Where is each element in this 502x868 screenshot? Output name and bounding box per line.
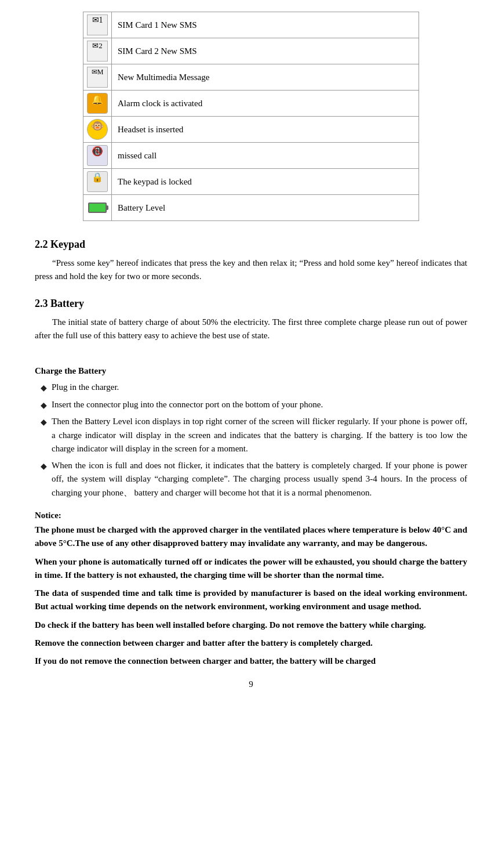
bullet-icon: ◆ [41, 416, 47, 429]
mms-icon [87, 67, 108, 88]
battery-heading: 2.3 Battery [35, 298, 467, 310]
notice-paragraph: The data of suspended time and talk time… [35, 587, 467, 614]
bullet-icon: ◆ [41, 399, 47, 412]
table-row: Headset is inserted [83, 117, 419, 143]
battery-intro: The initial state of battery charge of a… [35, 316, 467, 343]
list-item: ◆Insert the connector plug into the conn… [41, 398, 467, 412]
table-label: missed call [112, 143, 419, 169]
bullet-icon: ◆ [41, 460, 47, 473]
headset-icon [87, 119, 108, 140]
sms1-icon [87, 15, 108, 35]
icon-cell [83, 195, 112, 221]
table-label: New Multimedia Message [112, 64, 419, 91]
charge-battery-heading: Charge the Battery [35, 366, 467, 376]
notice-paragraph: Do check if the battery has been well in… [35, 619, 467, 632]
notice-paragraph: Remove the connection between charger an… [35, 636, 467, 650]
icon-cell [83, 169, 112, 195]
icon-cell [83, 64, 112, 91]
table-label: The keypad is locked [112, 169, 419, 195]
table-row: The keypad is locked [83, 169, 419, 195]
table-row: missed call [83, 143, 419, 169]
battery-icon [88, 202, 107, 213]
table-label: Headset is inserted [112, 117, 419, 143]
notice-label: Notice: [35, 509, 467, 522]
list-item-text: When the icon is full and does not flick… [52, 459, 467, 500]
notice-paragraph: When your phone is automatically turned … [35, 555, 467, 583]
table-row: SIM Card 1 New SMS [83, 12, 419, 38]
sms2-icon [87, 41, 108, 62]
icon-table: SIM Card 1 New SMSSIM Card 2 New SMSNew … [83, 12, 419, 221]
table-row: Alarm clock is activated [83, 91, 419, 117]
list-item: ◆Plug in the charger. [41, 381, 467, 395]
page-number: 9 [35, 679, 467, 689]
table-row: New Multimedia Message [83, 64, 419, 91]
missed-call-icon [87, 145, 108, 166]
table-row: SIM Card 2 New SMS [83, 38, 419, 64]
icon-cell [83, 143, 112, 169]
icon-cell [83, 12, 112, 38]
keypad-body: “Press some key” hereof indicates that p… [35, 256, 467, 284]
bullet-icon: ◆ [41, 382, 47, 395]
keypad-heading: 2.2 Keypad [35, 238, 467, 251]
list-item-text: Then the Battery Level icon displays in … [52, 415, 467, 455]
icon-cell [83, 117, 112, 143]
list-item-text: Insert the connector plug into the conne… [52, 398, 323, 411]
list-item-text: Plug in the charger. [52, 381, 119, 394]
locked-icon [87, 171, 108, 192]
table-label: Alarm clock is activated [112, 91, 419, 117]
charge-bullet-list: ◆Plug in the charger.◆Insert the connect… [35, 381, 467, 500]
notice-paragraph: The phone must be charged with the appro… [35, 523, 467, 551]
alarm-icon [87, 93, 108, 114]
notice-paragraph: If you do not remove the connection betw… [35, 654, 467, 668]
list-item: ◆When the icon is full and does not flic… [41, 459, 467, 500]
table-label: SIM Card 1 New SMS [112, 12, 419, 38]
table-row: Battery Level [83, 195, 419, 221]
list-item: ◆Then the Battery Level icon displays in… [41, 415, 467, 455]
icon-cell [83, 38, 112, 64]
icon-cell [83, 91, 112, 117]
table-label: SIM Card 2 New SMS [112, 38, 419, 64]
table-label: Battery Level [112, 195, 419, 221]
